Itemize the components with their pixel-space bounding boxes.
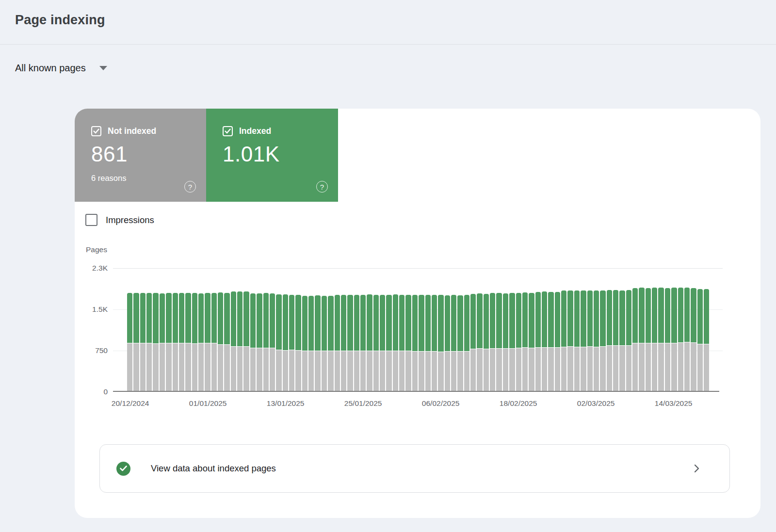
view-indexed-data-row[interactable]: View data about indexed pages xyxy=(99,444,730,493)
chart-bar xyxy=(522,292,528,392)
chart-bar xyxy=(218,292,223,392)
chart-bar xyxy=(257,293,262,392)
chart-bar xyxy=(399,295,404,392)
chart-bar xyxy=(380,295,385,392)
chart-bar xyxy=(477,293,482,392)
chart-bar xyxy=(542,291,547,392)
x-tick-label: 25/01/2025 xyxy=(344,399,382,408)
chart-bar xyxy=(626,290,631,392)
chart-bar xyxy=(354,295,359,392)
chart-bar xyxy=(658,288,663,392)
chart-bar xyxy=(295,295,301,392)
chart-bar xyxy=(231,291,236,392)
chart-bar xyxy=(484,294,489,392)
chart-bar xyxy=(315,295,320,392)
y-tick-label: 0 xyxy=(79,387,108,396)
chart-bar xyxy=(509,293,515,392)
chart-bar xyxy=(302,296,307,392)
chart-bar xyxy=(600,290,605,392)
chart-bar xyxy=(308,296,314,392)
chart-bar xyxy=(185,293,191,392)
chart-bars-area xyxy=(127,268,709,392)
chart-bar xyxy=(671,288,677,392)
x-tick-label: 02/03/2025 xyxy=(577,399,615,408)
chart-bar xyxy=(250,293,256,392)
chart-bar xyxy=(613,290,618,392)
chart-bar xyxy=(237,291,242,392)
chart-bar xyxy=(386,295,391,392)
chart-bar xyxy=(646,288,651,392)
chart-bar xyxy=(555,292,560,392)
chart-bar xyxy=(445,295,450,392)
y-tick-label: 2.3K xyxy=(79,264,108,273)
chart-bar xyxy=(704,289,709,392)
x-tick-label: 14/03/2025 xyxy=(655,399,693,408)
chart-bar xyxy=(678,288,683,392)
chart-bar xyxy=(432,295,437,392)
chart-bar xyxy=(496,293,501,392)
chart-bar xyxy=(451,295,456,392)
page-filter-label: All known pages xyxy=(15,63,86,74)
page-title: Page indexing xyxy=(15,13,105,28)
chart-bar xyxy=(179,293,184,392)
view-indexed-data-label: View data about indexed pages xyxy=(151,463,276,474)
chart-bar xyxy=(243,291,249,392)
chart-bar xyxy=(619,290,625,392)
chart-bar xyxy=(146,293,152,392)
chart-bar xyxy=(341,295,346,392)
chart-bar xyxy=(594,290,599,392)
chart-bar xyxy=(205,293,210,392)
chart-bar xyxy=(607,290,612,392)
chart-bar xyxy=(360,295,366,392)
chart-bar xyxy=(529,293,534,392)
chart-bar xyxy=(470,294,476,392)
chart-bar xyxy=(412,295,418,392)
x-tick-label: 06/02/2025 xyxy=(422,399,460,408)
chart-bar xyxy=(535,292,541,392)
chart-bar xyxy=(684,288,690,392)
chart-bar xyxy=(457,295,463,392)
chart-bar xyxy=(224,293,229,392)
header-divider xyxy=(0,44,776,45)
chart-bar xyxy=(289,295,294,392)
chart-bar xyxy=(140,293,146,392)
chart-bar xyxy=(373,295,379,392)
chart-bar xyxy=(335,295,340,392)
chart-bar xyxy=(211,293,217,392)
chart-bar xyxy=(133,293,139,392)
x-tick-label: 18/02/2025 xyxy=(500,399,537,408)
chart-bar xyxy=(283,294,288,392)
chart-bar xyxy=(516,293,521,392)
chart-bar xyxy=(198,293,204,392)
chevron-right-icon xyxy=(692,464,701,473)
chart-bar xyxy=(503,293,508,392)
chart-bar xyxy=(490,293,495,392)
chart-bar xyxy=(425,295,431,392)
chart-bar xyxy=(276,294,281,392)
chart-bar xyxy=(574,290,580,392)
chart-bar xyxy=(665,288,670,392)
y-tick-label: 1.5K xyxy=(79,305,108,314)
x-tick-label: 01/01/2025 xyxy=(189,399,227,408)
chart-bar xyxy=(567,290,573,392)
chart-bar xyxy=(127,293,132,392)
indexed-check-circle-icon xyxy=(116,462,130,476)
checkmark-icon xyxy=(120,466,127,471)
x-tick-label: 13/01/2025 xyxy=(267,399,305,408)
chart-bar xyxy=(192,293,197,392)
chart-bar xyxy=(263,293,269,392)
x-tick-label: 20/12/2024 xyxy=(112,399,149,408)
page-indexing-panel: Not indexed 861 6 reasons ? Indexed 1.01… xyxy=(75,109,760,518)
chart-bar xyxy=(464,295,469,392)
chart-bar xyxy=(419,295,424,392)
x-axis-line xyxy=(113,391,719,392)
chart-bar xyxy=(405,295,411,392)
y-axis-title: Pages xyxy=(86,245,107,254)
chart-bar xyxy=(587,290,593,392)
chart-bar xyxy=(438,295,443,392)
page-filter-dropdown[interactable]: All known pages xyxy=(15,61,107,75)
chart-bar xyxy=(652,288,657,392)
chart-bar xyxy=(270,293,275,392)
chart-bar xyxy=(393,294,398,392)
chart-bar xyxy=(691,288,696,392)
